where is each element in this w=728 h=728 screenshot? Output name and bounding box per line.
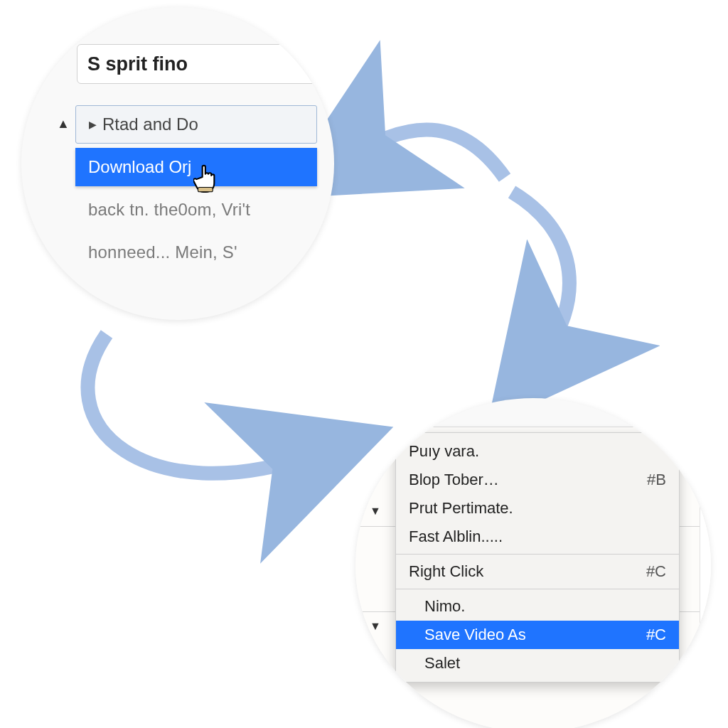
list-item-download[interactable]: Download Orj: [75, 148, 317, 186]
menu-item-label: Blop Tober…: [409, 471, 499, 489]
list-heading-row[interactable]: ▶ Rtad and Do: [75, 105, 317, 144]
menu-item-label: Salet: [424, 654, 460, 673]
chevron-down-icon: ▼: [370, 620, 381, 633]
right-strip: [700, 455, 711, 682]
menu-item[interactable]: Right Click#C: [396, 557, 679, 586]
collapse-triangle-up-icon[interactable]: ▲: [57, 117, 70, 132]
list-area: ▲ ▶ Rtad and Do Download Orj back tn. th…: [50, 105, 320, 272]
chevron-right-icon: ▶: [89, 119, 97, 130]
list-item-a[interactable]: back tn. the0om, Vri't: [75, 191, 317, 229]
menu-item[interactable]: Fast Alblin.....: [396, 523, 679, 551]
callout-context-menu: ▼ ▼ Puıy vara.Blop Tober…#BPrut Pertimat…: [355, 398, 711, 728]
list-item-download-label: Download Orj: [88, 157, 191, 177]
menu-item-shortcut: #C: [646, 562, 666, 581]
menu-item-shortcut: #B: [647, 471, 666, 489]
menu-item-label: Save Video As: [424, 626, 526, 644]
menu-item[interactable]: Blop Tober…#B: [396, 466, 679, 494]
menu-separator: [396, 589, 679, 589]
list-heading-label: Rtad and Do: [102, 114, 198, 134]
menu-item-label: Right Click: [409, 562, 483, 581]
menu-item[interactable]: Nimo.: [396, 592, 679, 621]
list-item-b-label: honneed... Mein, S': [88, 242, 237, 262]
search-title-field[interactable]: S sprit fino: [77, 44, 333, 84]
menu-item-label: Puıy vara.: [409, 442, 479, 461]
menu-separator: [396, 554, 679, 555]
callout-download-list: S sprit fino ▲ ▶ Rtad and Do Download Or…: [21, 7, 334, 320]
menu-item[interactable]: Puıy vara.: [396, 437, 679, 466]
search-title-text: S sprit fino: [87, 53, 188, 75]
menu-item-label: Nimo.: [424, 597, 465, 616]
menu-item-save-video-as[interactable]: Save Video As#C: [396, 621, 679, 649]
context-menu: Puıy vara.Blop Tober…#BPrut Pertimate.Fa…: [395, 432, 680, 682]
chevron-down-icon: ▼: [370, 505, 381, 518]
menu-item-label: Fast Alblin.....: [409, 528, 503, 546]
menu-item[interactable]: Salet: [396, 649, 679, 678]
menu-item-label: Prut Pertimate.: [409, 499, 513, 518]
list-item-b[interactable]: honneed... Mein, S': [75, 233, 317, 272]
menu-item-shortcut: #C: [646, 626, 666, 644]
list-item-a-label: back tn. the0om, Vri't: [88, 200, 250, 220]
menu-item[interactable]: Prut Pertimate.: [396, 494, 679, 523]
